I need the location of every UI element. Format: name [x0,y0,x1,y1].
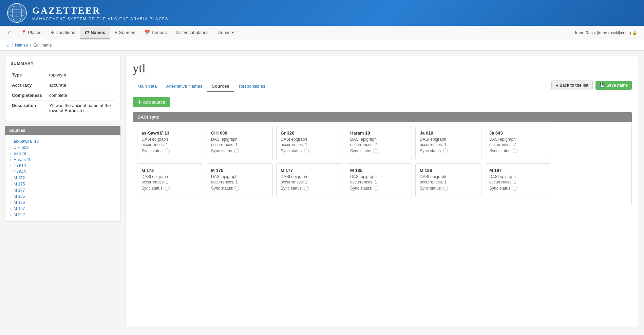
sidebar-sources-list: as-Sawdāʾ 13 CIH 609 Gr 326 Haram 10 Ja … [5,135,120,222]
summary-row-type: Type toponym [11,70,115,80]
source-card: M 185 DASI epigraph occurrences: 1 Sync … [346,163,412,197]
source-link[interactable]: Ja 643 [14,170,26,174]
summary-label-type: Type [11,70,48,80]
summary-label-completeness: Completeness [11,90,48,101]
user-info: Irene Rossi (irene.rossi@cnr.it) 🔒 [575,31,641,35]
source-card-sync: Sync status: [281,186,338,191]
tab-sources[interactable]: Sources [207,81,234,92]
sidebar-sources-header: Sources [5,126,120,135]
breadcrumb: ⌂ / Names / Edit name [0,40,644,51]
nav-admin[interactable]: Admin ▾ [213,27,239,39]
source-link[interactable]: M 222 [14,212,25,217]
source-card-sync: Sync status: [281,148,338,153]
source-link[interactable]: M 172 [14,176,25,180]
summary-title: SUMMARY [11,61,115,66]
source-link[interactable]: M 175 [14,182,25,187]
nav-home[interactable]: ⌂ [3,26,16,40]
nav-sources[interactable]: ≡ Sources [110,27,140,39]
nav-names[interactable]: 🏷 Names [80,27,110,39]
source-card: CIH 609 DASI epigraph occurrences: 1 Syn… [207,126,273,160]
source-card-title: M 177 [281,168,338,173]
nav-periods[interactable]: 📅 Periods [140,27,171,39]
sync-label: Sync status: [211,186,233,191]
source-link[interactable]: Gr 326 [14,151,26,156]
source-cards-row-2: M 172 DASI epigraph occurrences: 1 Sync … [137,163,627,197]
add-source-label: Add source [143,100,165,105]
source-link[interactable]: M 197 [14,206,25,211]
source-card-sync: Sync status: [141,186,199,191]
tab-main-data[interactable]: Main data [133,81,162,92]
source-cards-row-1: as-Sawdāʾ 13 DASI epigraph occurrences: … [137,126,627,160]
breadcrumb-home[interactable]: ⌂ [7,43,9,48]
app-name: GAZETTEER [32,5,168,16]
source-link[interactable]: Ja 619 [14,163,26,168]
source-card-sync: Sync status: [350,148,408,153]
sync-label: Sync status: [141,148,164,153]
sync-circle-icon [443,186,448,191]
sync-circle-icon [165,148,170,153]
source-card-occurrences: occurrences: 1 [141,142,199,147]
sync-circle-icon [513,148,517,153]
sidebar: SUMMARY Type toponym Accuracy accurate C… [5,56,120,326]
tab-alternative-names[interactable]: Alternative Names [162,81,207,92]
source-card: Ja 619 DASI epigraph occurrences: 1 Sync… [415,126,481,160]
source-link[interactable]: Haram 10 [14,157,32,162]
nav-admin-label: Admin ▾ [218,30,234,35]
source-link[interactable]: M 186 [14,200,25,205]
nav-places[interactable]: 📍 Places [16,27,46,39]
source-card-type: DASI epigraph [420,174,477,179]
source-card-occurrences: occurrences: 1 [281,180,338,184]
content-area: ytl Main data Alternative Names Sources … [126,56,639,326]
breadcrumb-current: Edit name [34,43,52,48]
source-card-type: DASI epigraph [350,137,408,142]
source-card-title: M 186 [420,168,477,173]
list-item: M 186 [10,199,116,206]
summary-value-accuracy: accurate [48,80,115,90]
nav-vocabularies[interactable]: 📖 Vocabularies [171,27,213,39]
nav-places-label: Places [28,30,41,35]
save-name-button[interactable]: 💾 Save name [595,81,632,90]
source-card-occurrences: occurrences: 1 [281,142,338,147]
sync-circle-icon [443,148,448,153]
source-card-title: Gr 326 [281,130,338,136]
sync-label: Sync status: [489,186,511,191]
summary-row-completeness: Completeness complete [11,90,115,101]
user-name: Irene Rossi (irene.rossi@cnr.it) 🔒 [575,31,637,35]
source-card-title: M 197 [489,168,547,173]
source-link[interactable]: CIH 609 [14,145,29,150]
sync-label: Sync status: [350,148,372,153]
vocabularies-icon: 📖 [176,30,182,35]
source-link[interactable]: M 177 [14,188,25,193]
sync-label: Sync status: [281,186,303,191]
list-item: M 175 [10,181,116,187]
source-card-type: DASI epigraph [141,137,199,142]
source-link[interactable]: M 185 [14,194,25,199]
summary-value-type: toponym [48,70,115,80]
dasi-header: DASI sync [133,112,632,122]
source-link[interactable]: as-Sawdāʾ 13 [14,139,39,144]
tabs-left: Main data Alternative Names Sources Resp… [133,81,270,92]
source-card: M 197 DASI epigraph occurrences: 1 Sync … [485,163,551,197]
source-card-sync: Sync status: [489,148,547,153]
sync-label: Sync status: [489,148,511,153]
source-card-type: DASI epigraph [211,137,268,142]
source-card: Ja 643 DASI epigraph occurrences: 7 Sync… [485,126,551,160]
main-navbar: ⌂ 📍 Places ✈ Locations 🏷 Names ≡ Sources… [0,26,644,40]
source-card-type: DASI epigraph [281,137,338,142]
sync-label: Sync status: [211,148,233,153]
add-source-button[interactable]: ✚ Add source [133,97,170,107]
source-card: M 172 DASI epigraph occurrences: 1 Sync … [137,163,203,197]
source-card: Haram 10 DASI epigraph occurrences: 2 Sy… [346,126,412,160]
sync-circle-icon [234,186,239,191]
nav-locations[interactable]: ✈ Locations [46,27,80,39]
sync-circle-icon [234,148,239,153]
source-card-occurrences: occurrences: 1 [350,180,408,184]
source-card-type: DASI epigraph [141,174,199,179]
summary-value-completeness: complete [48,90,115,101]
tab-responsibles[interactable]: Responsibles [234,81,270,92]
breadcrumb-names[interactable]: Names [15,43,28,48]
back-to-list-button[interactable]: ◂ Back to the list [551,81,593,90]
source-card-type: DASI epigraph [350,174,408,179]
list-item: M 185 [10,193,116,199]
source-card-occurrences: occurrences: 1 [141,180,199,184]
